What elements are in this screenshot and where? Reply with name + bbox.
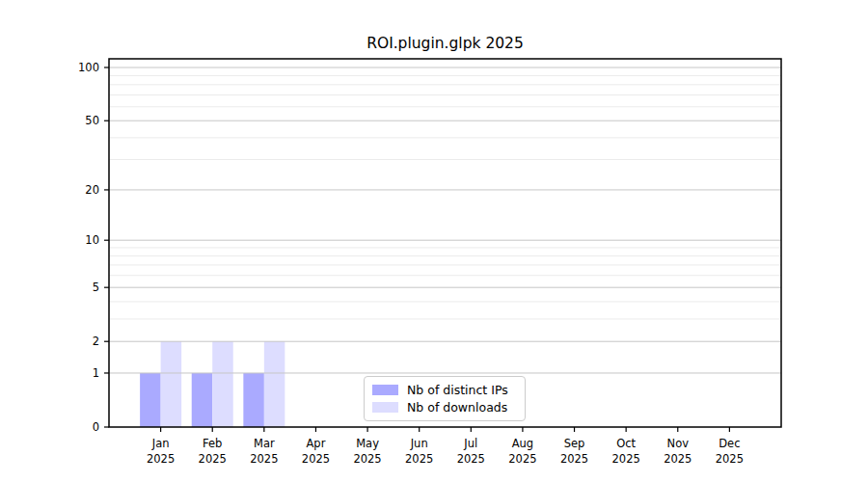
legend-label-downloads: Nb of downloads [407, 400, 507, 415]
bar-distinct-ips-jan [140, 373, 161, 427]
y-tick-label-10: 10 [85, 233, 99, 247]
bar-downloads-mar [264, 341, 285, 427]
plot-border [109, 59, 781, 427]
y-tick-label-2: 2 [93, 335, 99, 348]
y-tick-label-20: 20 [85, 183, 99, 197]
bar-distinct-ips-mar [243, 373, 264, 427]
figure: ROI.plugin.glpk 2025 0125102050100Jan202… [0, 0, 868, 482]
x-tick-label-year-dec: 2025 [716, 452, 744, 466]
x-tick-label-year-apr: 2025 [302, 452, 330, 466]
bar-downloads-feb [212, 341, 233, 427]
x-tick-label-year-feb: 2025 [199, 452, 227, 466]
y-tick-label-0: 0 [93, 420, 99, 434]
legend-swatch-distinct-ips [372, 385, 398, 395]
x-tick-label-year-jan: 2025 [147, 452, 175, 466]
x-tick-label-year-may: 2025 [353, 452, 381, 466]
x-tick-label-year-aug: 2025 [508, 452, 536, 466]
x-tick-label-month-jun: Jun [410, 437, 428, 450]
x-tick-label-year-jun: 2025 [405, 452, 433, 466]
x-tick-label-month-mar: Mar [254, 437, 275, 450]
y-tick-label-1: 1 [93, 366, 99, 380]
legend-swatch-downloads [372, 402, 398, 413]
x-tick-label-month-aug: Aug [512, 437, 533, 450]
x-tick-label-year-jul: 2025 [457, 452, 485, 466]
x-tick-label-year-mar: 2025 [250, 452, 278, 466]
bar-distinct-ips-feb [192, 373, 213, 427]
x-tick-label-month-may: May [356, 437, 379, 450]
x-tick-label-month-dec: Dec [719, 437, 740, 450]
y-tick-label-5: 5 [93, 281, 99, 294]
y-tick-label-100: 100 [78, 61, 99, 74]
x-tick-label-month-feb: Feb [203, 437, 222, 450]
bar-downloads-jan [161, 341, 182, 427]
x-tick-label-month-nov: Nov [667, 437, 690, 450]
legend-label-distinct-ips: Nb of distinct IPs [407, 383, 508, 397]
legend-item-downloads: Nb of downloads [372, 400, 517, 415]
y-tick-label-50: 50 [85, 114, 99, 127]
x-tick-label-month-jan: Jan [151, 437, 170, 450]
legend: Nb of distinct IPs Nb of downloads [364, 376, 526, 421]
x-tick-label-month-jul: Jul [463, 437, 477, 450]
x-tick-label-month-sep: Sep [564, 437, 585, 450]
x-tick-label-year-oct: 2025 [612, 452, 640, 466]
x-tick-label-month-apr: Apr [307, 437, 326, 450]
x-tick-label-month-oct: Oct [616, 437, 636, 450]
legend-item-distinct-ips: Nb of distinct IPs [372, 383, 517, 397]
x-tick-label-year-nov: 2025 [664, 452, 692, 466]
x-tick-label-year-sep: 2025 [560, 452, 588, 466]
